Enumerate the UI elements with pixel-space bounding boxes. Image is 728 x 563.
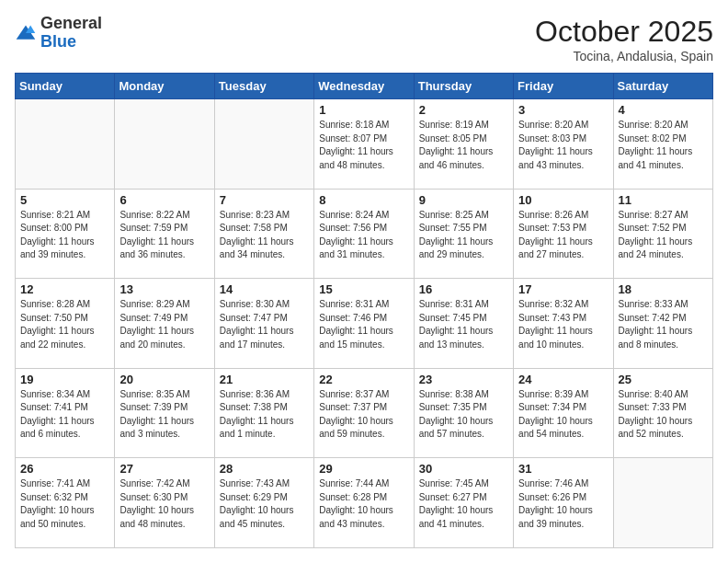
header: General Blue October 2025 Tocina, Andalu… <box>15 15 713 63</box>
calendar-cell: 21Sunrise: 8:36 AM Sunset: 7:38 PM Dayli… <box>214 368 313 458</box>
day-info: Sunrise: 8:29 AM Sunset: 7:49 PM Dayligh… <box>119 298 209 351</box>
day-number: 28 <box>220 462 309 476</box>
calendar-cell: 20Sunrise: 8:35 AM Sunset: 7:39 PM Dayli… <box>115 368 214 458</box>
day-info: Sunrise: 8:28 AM Sunset: 7:50 PM Dayligh… <box>20 298 109 351</box>
day-info: Sunrise: 8:24 AM Sunset: 7:56 PM Dayligh… <box>319 209 408 262</box>
calendar-week-1: 5Sunrise: 8:21 AM Sunset: 8:00 PM Daylig… <box>16 189 713 279</box>
day-info: Sunrise: 8:35 AM Sunset: 7:39 PM Dayligh… <box>119 388 209 442</box>
calendar-cell: 7Sunrise: 8:23 AM Sunset: 7:58 PM Daylig… <box>214 189 313 279</box>
calendar-cell: 26Sunrise: 7:41 AM Sunset: 6:32 PM Dayli… <box>16 458 115 548</box>
day-info: Sunrise: 8:37 AM Sunset: 7:37 PM Dayligh… <box>319 388 408 442</box>
calendar-cell: 14Sunrise: 8:30 AM Sunset: 7:47 PM Dayli… <box>214 279 313 369</box>
day-number: 16 <box>419 282 508 296</box>
calendar-cell: 31Sunrise: 7:46 AM Sunset: 6:26 PM Dayli… <box>514 458 613 548</box>
day-info: Sunrise: 8:38 AM Sunset: 7:35 PM Dayligh… <box>419 388 508 442</box>
calendar-cell: 9Sunrise: 8:25 AM Sunset: 7:55 PM Daylig… <box>414 189 513 279</box>
day-number: 21 <box>220 373 309 386</box>
day-number: 11 <box>619 193 708 207</box>
day-info: Sunrise: 8:19 AM Sunset: 8:05 PM Dayligh… <box>419 119 508 172</box>
day-number: 1 <box>319 103 408 117</box>
calendar-cell: 27Sunrise: 7:42 AM Sunset: 6:30 PM Dayli… <box>115 458 214 548</box>
calendar-cell: 1Sunrise: 8:18 AM Sunset: 8:07 PM Daylig… <box>314 99 414 190</box>
day-number: 22 <box>319 373 408 386</box>
day-info: Sunrise: 8:25 AM Sunset: 7:55 PM Dayligh… <box>419 209 508 262</box>
calendar-week-0: 1Sunrise: 8:18 AM Sunset: 8:07 PM Daylig… <box>16 99 713 190</box>
day-number: 13 <box>119 282 209 296</box>
day-number: 8 <box>319 193 408 207</box>
day-number: 9 <box>419 193 508 207</box>
day-info: Sunrise: 8:18 AM Sunset: 8:07 PM Dayligh… <box>319 119 408 172</box>
calendar-cell: 15Sunrise: 8:31 AM Sunset: 7:46 PM Dayli… <box>314 279 414 369</box>
day-number: 2 <box>419 103 508 117</box>
title-block: October 2025 Tocina, Andalusia, Spain <box>535 15 713 63</box>
day-info: Sunrise: 8:31 AM Sunset: 7:46 PM Dayligh… <box>319 298 408 351</box>
day-number: 20 <box>119 373 209 386</box>
header-thursday: Thursday <box>414 74 513 99</box>
day-info: Sunrise: 8:21 AM Sunset: 8:00 PM Dayligh… <box>20 209 109 262</box>
day-info: Sunrise: 8:31 AM Sunset: 7:45 PM Dayligh… <box>419 298 508 351</box>
calendar-cell <box>115 99 214 190</box>
day-number: 10 <box>518 193 608 207</box>
calendar-cell <box>214 99 313 190</box>
calendar-cell: 5Sunrise: 8:21 AM Sunset: 8:00 PM Daylig… <box>16 189 115 279</box>
day-info: Sunrise: 8:23 AM Sunset: 7:58 PM Dayligh… <box>220 209 309 262</box>
calendar-cell: 10Sunrise: 8:26 AM Sunset: 7:53 PM Dayli… <box>514 189 613 279</box>
day-info: Sunrise: 8:39 AM Sunset: 7:34 PM Dayligh… <box>518 388 608 442</box>
day-number: 14 <box>220 282 309 296</box>
day-info: Sunrise: 7:43 AM Sunset: 6:29 PM Dayligh… <box>220 477 309 531</box>
day-info: Sunrise: 7:44 AM Sunset: 6:28 PM Dayligh… <box>319 477 408 531</box>
calendar-cell <box>16 99 115 190</box>
day-info: Sunrise: 8:20 AM Sunset: 8:02 PM Dayligh… <box>619 119 708 172</box>
calendar-week-4: 26Sunrise: 7:41 AM Sunset: 6:32 PM Dayli… <box>16 458 713 548</box>
calendar-cell: 28Sunrise: 7:43 AM Sunset: 6:29 PM Dayli… <box>214 458 313 548</box>
day-info: Sunrise: 8:33 AM Sunset: 7:42 PM Dayligh… <box>619 298 708 351</box>
day-number: 24 <box>518 373 608 386</box>
logo-icon <box>15 22 37 44</box>
header-saturday: Saturday <box>613 74 712 99</box>
calendar-cell: 17Sunrise: 8:32 AM Sunset: 7:43 PM Dayli… <box>514 279 613 369</box>
header-monday: Monday <box>115 74 214 99</box>
day-info: Sunrise: 8:40 AM Sunset: 7:33 PM Dayligh… <box>619 388 708 442</box>
day-info: Sunrise: 7:41 AM Sunset: 6:32 PM Dayligh… <box>20 477 109 531</box>
day-number: 18 <box>619 282 708 296</box>
day-info: Sunrise: 8:34 AM Sunset: 7:41 PM Dayligh… <box>20 388 109 442</box>
day-number: 30 <box>419 462 508 476</box>
day-info: Sunrise: 7:45 AM Sunset: 6:27 PM Dayligh… <box>419 477 508 531</box>
day-info: Sunrise: 8:22 AM Sunset: 7:59 PM Dayligh… <box>119 209 209 262</box>
calendar-cell: 24Sunrise: 8:39 AM Sunset: 7:34 PM Dayli… <box>514 368 613 458</box>
page: General Blue October 2025 Tocina, Andalu… <box>0 0 728 563</box>
calendar-cell: 11Sunrise: 8:27 AM Sunset: 7:52 PM Dayli… <box>613 189 712 279</box>
calendar-cell <box>613 458 712 548</box>
calendar-cell: 4Sunrise: 8:20 AM Sunset: 8:02 PM Daylig… <box>613 99 712 190</box>
day-number: 25 <box>619 373 708 386</box>
calendar-cell: 8Sunrise: 8:24 AM Sunset: 7:56 PM Daylig… <box>314 189 414 279</box>
day-number: 17 <box>518 282 608 296</box>
calendar-cell: 30Sunrise: 7:45 AM Sunset: 6:27 PM Dayli… <box>414 458 513 548</box>
calendar-table: Sunday Monday Tuesday Wednesday Thursday… <box>15 73 713 548</box>
calendar-cell: 16Sunrise: 8:31 AM Sunset: 7:45 PM Dayli… <box>414 279 513 369</box>
header-tuesday: Tuesday <box>214 74 313 99</box>
logo: General Blue <box>15 15 102 52</box>
calendar-week-2: 12Sunrise: 8:28 AM Sunset: 7:50 PM Dayli… <box>16 279 713 369</box>
day-number: 7 <box>220 193 309 207</box>
day-number: 23 <box>419 373 508 386</box>
day-number: 31 <box>518 462 608 476</box>
weekday-header-row: Sunday Monday Tuesday Wednesday Thursday… <box>16 74 713 99</box>
logo-text: General Blue <box>40 15 102 52</box>
calendar-cell: 25Sunrise: 8:40 AM Sunset: 7:33 PM Dayli… <box>613 368 712 458</box>
day-number: 15 <box>319 282 408 296</box>
day-number: 12 <box>20 282 109 296</box>
calendar-cell: 3Sunrise: 8:20 AM Sunset: 8:03 PM Daylig… <box>514 99 613 190</box>
day-number: 3 <box>518 103 608 117</box>
calendar-week-3: 19Sunrise: 8:34 AM Sunset: 7:41 PM Dayli… <box>16 368 713 458</box>
day-number: 4 <box>619 103 708 117</box>
day-info: Sunrise: 8:36 AM Sunset: 7:38 PM Dayligh… <box>220 388 309 442</box>
day-number: 26 <box>20 462 109 476</box>
day-number: 19 <box>20 373 109 386</box>
day-info: Sunrise: 8:27 AM Sunset: 7:52 PM Dayligh… <box>619 209 708 262</box>
day-number: 5 <box>20 193 109 207</box>
calendar-cell: 29Sunrise: 7:44 AM Sunset: 6:28 PM Dayli… <box>314 458 414 548</box>
day-number: 6 <box>119 193 209 207</box>
day-info: Sunrise: 8:30 AM Sunset: 7:47 PM Dayligh… <box>220 298 309 351</box>
day-info: Sunrise: 7:46 AM Sunset: 6:26 PM Dayligh… <box>518 477 608 531</box>
